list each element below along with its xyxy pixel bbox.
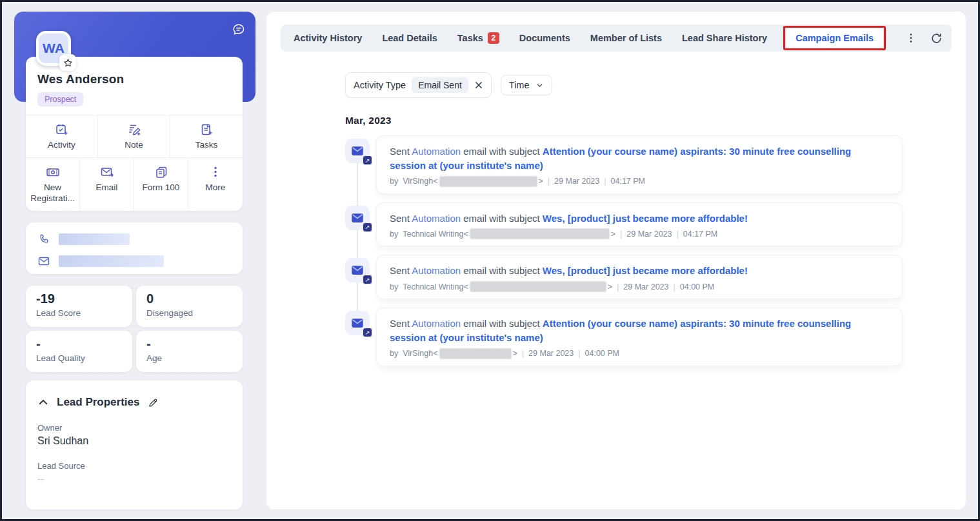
by-text: by bbox=[390, 282, 398, 291]
email-byline: by VirSingh< > | 29 Mar 2023 | 04:00 PM bbox=[390, 349, 889, 359]
automation-link[interactable]: Automation bbox=[412, 265, 461, 276]
middle-text: email with subject bbox=[463, 265, 539, 276]
email-row[interactable] bbox=[37, 253, 231, 270]
sent-arrow-badge: ↗ bbox=[363, 155, 372, 165]
tab-tasks-label: Tasks bbox=[457, 33, 483, 43]
form-100-button[interactable]: Form 100 bbox=[134, 158, 188, 211]
metric-label: Age bbox=[146, 353, 232, 363]
pencil-edit-icon[interactable] bbox=[148, 397, 159, 408]
clipboard-plus-icon bbox=[173, 123, 240, 137]
note-plus-icon bbox=[101, 123, 167, 137]
metric-value: 0 bbox=[146, 291, 232, 306]
star-favorite-icon[interactable] bbox=[59, 54, 76, 71]
email-button[interactable]: Email bbox=[80, 158, 134, 211]
lead-detail-page: WA Wes Anderson Prospect bbox=[2, 2, 978, 519]
new-registration-button[interactable]: New Registrati... bbox=[26, 158, 80, 211]
sender-email-redacted bbox=[470, 229, 609, 239]
email-subject-link[interactable]: Wes, [product] just became more affordab… bbox=[543, 265, 748, 276]
email-timeline: ↗ Sent Automation email with subject Att… bbox=[345, 136, 952, 366]
lead-properties-header[interactable]: Lead Properties bbox=[37, 396, 231, 409]
note-button[interactable]: Note bbox=[98, 115, 170, 157]
metric-label: Lead Score bbox=[36, 308, 122, 318]
metric-label: Lead Quality bbox=[36, 353, 122, 363]
email-time: 04:00 PM bbox=[680, 282, 715, 291]
sent-text: Sent bbox=[390, 318, 410, 329]
activity-type-value: Email Sent bbox=[412, 77, 468, 93]
action-label: Email bbox=[83, 182, 131, 193]
separator: | bbox=[548, 177, 550, 186]
tab-bar-actions bbox=[906, 32, 943, 44]
timeline-month-heading: Mar, 2023 bbox=[345, 115, 952, 126]
middle-text: email with subject bbox=[463, 318, 539, 329]
sender-email-redacted bbox=[440, 349, 511, 359]
separator: | bbox=[674, 282, 675, 291]
time-filter-chip[interactable]: Time bbox=[501, 75, 552, 95]
email-date: 29 Mar 2023 bbox=[554, 177, 599, 186]
timeline-entry: ↗ Sent Automation email with subject Att… bbox=[345, 308, 952, 366]
chevron-up-icon[interactable] bbox=[37, 397, 49, 408]
action-label: Note bbox=[101, 140, 167, 151]
tab-tasks[interactable]: Tasks 2 bbox=[457, 32, 499, 44]
separator: | bbox=[677, 230, 679, 239]
lead-properties-title: Lead Properties bbox=[57, 396, 140, 409]
sender-name: VirSingh< bbox=[403, 349, 437, 358]
timeline-entry: ↗ Sent Automation email with subject Wes… bbox=[345, 203, 952, 246]
timeline-entry: ↗ Sent Automation email with subject Wes… bbox=[345, 255, 952, 299]
property-label: Lead Source bbox=[37, 461, 231, 471]
separator: | bbox=[604, 177, 606, 186]
activity-button[interactable]: Activity bbox=[26, 115, 98, 157]
email-activity-card[interactable]: Sent Automation email with subject Wes, … bbox=[377, 255, 902, 299]
action-label: New Registrati... bbox=[28, 182, 77, 204]
kebab-menu-icon[interactable] bbox=[906, 33, 916, 43]
automation-link[interactable]: Automation bbox=[412, 146, 461, 157]
close-icon[interactable] bbox=[474, 81, 483, 90]
sender-name: Technical Writing< bbox=[403, 230, 468, 239]
phone-value-redacted bbox=[59, 233, 130, 245]
activity-type-label: Activity Type bbox=[354, 80, 406, 90]
email-activity-card[interactable]: Sent Automation email with subject Wes, … bbox=[377, 203, 902, 246]
email-value-redacted bbox=[59, 255, 164, 267]
metric-label: Disengaged bbox=[146, 308, 232, 318]
middle-text: email with subject bbox=[463, 146, 539, 157]
time-filter-label: Time bbox=[509, 80, 530, 90]
annotation-highlight-box: Campaign Emails bbox=[783, 26, 886, 50]
forms-copy-icon bbox=[137, 165, 185, 179]
email-sent-icon: ↗ bbox=[345, 139, 370, 163]
sent-arrow-badge: ↗ bbox=[363, 328, 372, 337]
more-button[interactable]: More bbox=[188, 158, 243, 211]
email-activity-card[interactable]: Sent Automation email with subject Atten… bbox=[377, 308, 902, 366]
separator: | bbox=[620, 230, 622, 239]
metric-age: - Age bbox=[136, 331, 243, 372]
tab-campaign-emails[interactable]: Campaign Emails bbox=[786, 28, 883, 48]
tab-lead-share-history[interactable]: Lead Share History bbox=[682, 33, 767, 43]
automation-link[interactable]: Automation bbox=[412, 318, 461, 329]
email-time: 04:17 PM bbox=[683, 230, 718, 239]
sent-text: Sent bbox=[390, 146, 410, 157]
phone-row[interactable] bbox=[37, 231, 231, 248]
email-subject-link[interactable]: Wes, [product] just became more affordab… bbox=[543, 213, 748, 224]
sent-arrow-badge: ↗ bbox=[363, 222, 372, 232]
tab-member-of-lists[interactable]: Member of Lists bbox=[590, 33, 662, 43]
email-time: 04:17 PM bbox=[611, 177, 646, 186]
lead-sidebar: WA Wes Anderson Prospect bbox=[14, 12, 255, 509]
tab-lead-details[interactable]: Lead Details bbox=[382, 33, 437, 43]
metric-disengaged: 0 Disengaged bbox=[136, 286, 243, 327]
automation-link[interactable]: Automation bbox=[412, 213, 461, 224]
email-sent-icon: ↗ bbox=[345, 258, 370, 282]
chat-bubble-icon[interactable] bbox=[231, 22, 246, 37]
property-label: Owner bbox=[37, 423, 231, 433]
activity-type-filter-chip[interactable]: Activity Type Email Sent bbox=[345, 72, 492, 98]
email-sent-icon: ↗ bbox=[345, 311, 370, 335]
by-text: by bbox=[390, 349, 398, 358]
tab-activity-history[interactable]: Activity History bbox=[294, 33, 362, 43]
chevron-down-icon bbox=[535, 81, 544, 90]
filters-row: Activity Type Email Sent Time bbox=[345, 72, 952, 98]
tab-documents[interactable]: Documents bbox=[519, 33, 570, 43]
email-activity-card[interactable]: Sent Automation email with subject Atten… bbox=[377, 136, 902, 193]
property-value: Sri Sudhan bbox=[37, 435, 231, 447]
tasks-button[interactable]: Tasks bbox=[170, 115, 243, 157]
banknote-icon bbox=[28, 165, 77, 179]
sent-text: Sent bbox=[390, 265, 410, 276]
email-date: 29 Mar 2023 bbox=[626, 230, 672, 239]
refresh-icon[interactable] bbox=[930, 32, 943, 44]
